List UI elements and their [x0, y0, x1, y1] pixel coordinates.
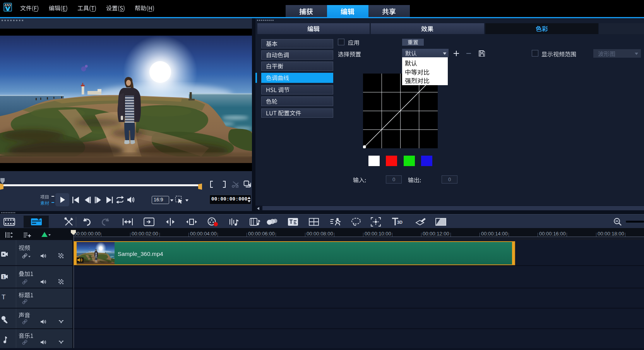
svg-text:1: 1 [2, 275, 5, 279]
